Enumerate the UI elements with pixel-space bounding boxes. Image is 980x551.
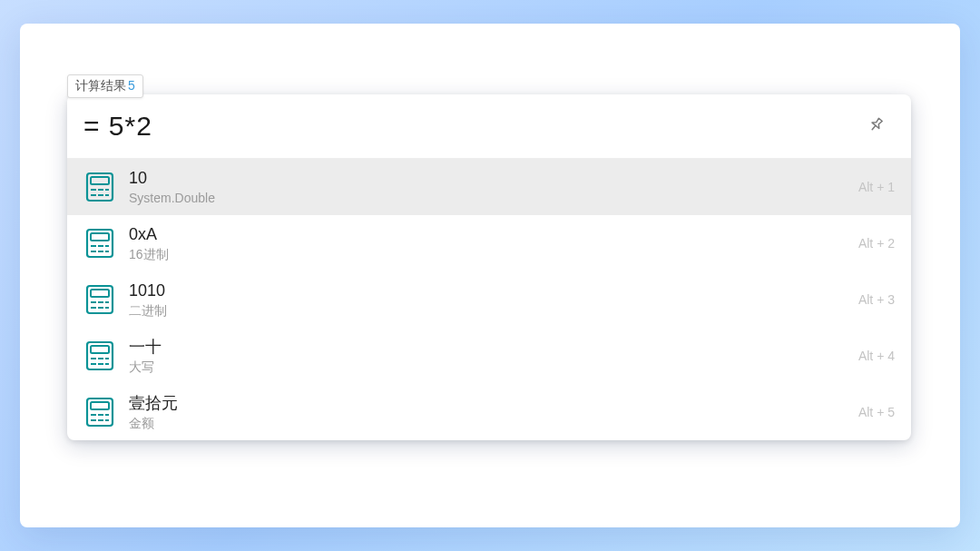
launcher-panel: 10System.DoubleAlt + 1 0xA16进制Alt + 2 10… [67, 94, 911, 440]
result-text: 1010二进制 [129, 280, 848, 319]
result-item[interactable]: 1010二进制Alt + 3 [67, 271, 911, 328]
search-input[interactable] [83, 111, 864, 142]
result-title: 10 [129, 168, 848, 189]
search-row [67, 94, 911, 158]
svg-rect-18 [91, 290, 109, 297]
result-shortcut: Alt + 2 [858, 236, 895, 251]
result-item[interactable]: 10System.DoubleAlt + 1 [67, 159, 911, 215]
calculator-icon [83, 396, 116, 428]
pin-button[interactable] [864, 113, 889, 139]
app-card: 计算结果5 10System.DoubleAlt + 1 0xA16 [20, 24, 960, 527]
result-badge-count: 5 [128, 78, 135, 93]
result-item[interactable]: 0xA16进制Alt + 2 [67, 215, 911, 271]
result-title: 壹拾元 [129, 393, 848, 414]
result-subtitle: System.Double [129, 191, 848, 207]
calculator-icon [83, 283, 116, 316]
result-title: 1010 [129, 280, 848, 301]
result-subtitle: 金额 [129, 416, 848, 432]
result-text: 一十大写 [129, 337, 848, 375]
result-badge-label: 计算结果 [75, 78, 126, 93]
svg-rect-10 [91, 233, 109, 241]
svg-rect-26 [91, 346, 109, 353]
result-shortcut: Alt + 3 [858, 292, 895, 307]
result-text: 0xA16进制 [129, 224, 848, 262]
calculator-icon [83, 171, 116, 203]
result-subtitle: 二进制 [129, 303, 848, 320]
result-shortcut: Alt + 5 [858, 405, 895, 419]
pin-icon [867, 115, 886, 137]
svg-line-0 [872, 125, 876, 129]
result-item[interactable]: 一十大写Alt + 4 [67, 328, 911, 384]
result-shortcut: Alt + 4 [858, 349, 895, 363]
calculator-icon [83, 339, 116, 372]
result-text: 10System.Double [129, 168, 848, 206]
result-text: 壹拾元金额 [129, 393, 848, 431]
results-list: 10System.DoubleAlt + 1 0xA16进制Alt + 2 10… [67, 158, 911, 440]
result-shortcut: Alt + 1 [858, 180, 895, 194]
result-item[interactable]: 壹拾元金额Alt + 5 [67, 384, 911, 440]
result-title: 0xA [129, 224, 848, 245]
result-title: 一十 [129, 337, 848, 358]
svg-rect-2 [91, 177, 109, 184]
result-subtitle: 16进制 [129, 247, 848, 263]
result-subtitle: 大写 [129, 359, 848, 376]
result-badge: 计算结果5 [67, 74, 143, 98]
calculator-icon [83, 227, 116, 260]
svg-rect-34 [91, 402, 109, 409]
